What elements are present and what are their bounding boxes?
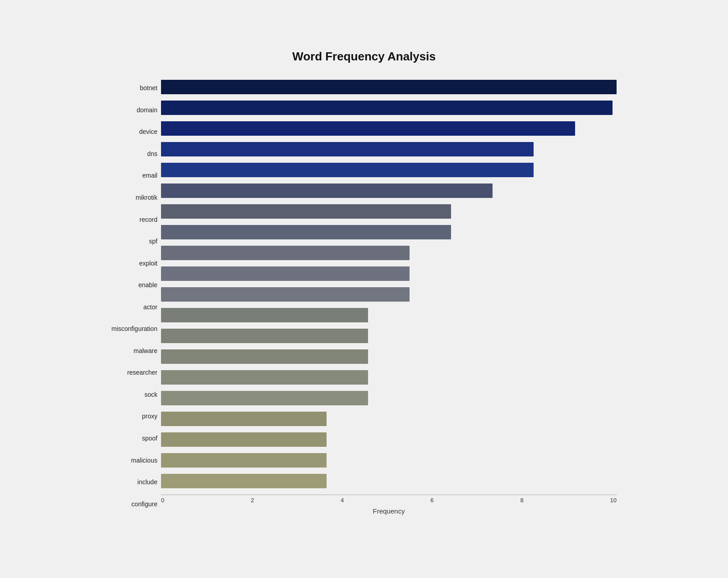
chart-area: botnetdomaindevicednsemailmikrotikrecord…	[111, 77, 617, 515]
x-tick-8: 8	[520, 497, 523, 504]
bar-misconfiguration	[161, 308, 368, 322]
bar-spf	[161, 225, 451, 239]
y-label-record: record	[111, 210, 157, 229]
bar-dns	[161, 142, 534, 156]
chart-title: Word Frequency Analysis	[111, 50, 617, 64]
chart-container: Word Frequency Analysis botnetdomaindevi…	[93, 36, 635, 542]
y-label-email: email	[111, 165, 157, 185]
bar-row	[161, 243, 617, 263]
bars-area	[161, 77, 617, 491]
bar-sock	[161, 370, 368, 385]
bar-row	[161, 181, 617, 201]
bar-row	[161, 222, 617, 242]
y-label-spf: spf	[111, 231, 157, 251]
y-label-malicious: malicious	[111, 450, 157, 470]
bar-proxy	[161, 391, 368, 405]
bar-row	[161, 471, 617, 491]
y-label-mikrotik: mikrotik	[111, 188, 157, 207]
bar-row	[161, 347, 617, 367]
y-label-dns: dns	[111, 144, 157, 164]
y-label-device: device	[111, 122, 157, 142]
y-label-botnet: botnet	[111, 78, 157, 98]
y-label-misconfiguration: misconfiguration	[111, 319, 157, 339]
bar-row	[161, 388, 617, 408]
y-labels: botnetdomaindevicednsemailmikrotikrecord…	[111, 77, 161, 515]
bar-row	[161, 367, 617, 387]
x-tick-10: 10	[610, 497, 616, 504]
bar-domain	[161, 101, 613, 115]
bar-spoof	[161, 412, 327, 426]
bar-row	[161, 430, 617, 450]
y-label-domain: domain	[111, 100, 157, 120]
bar-row	[161, 160, 617, 180]
bar-configure	[161, 474, 327, 488]
y-label-include: include	[111, 472, 157, 492]
bar-row	[161, 409, 617, 429]
y-label-spoof: spoof	[111, 428, 157, 448]
y-label-proxy: proxy	[111, 406, 157, 426]
x-tick-6: 6	[430, 497, 433, 504]
bar-enable	[161, 266, 410, 281]
bar-exploit	[161, 246, 410, 260]
y-label-configure: configure	[111, 494, 157, 514]
bar-row	[161, 284, 617, 304]
x-axis-label: Frequency	[161, 507, 617, 515]
bar-row	[161, 202, 617, 221]
y-label-enable: enable	[111, 275, 157, 295]
y-label-researcher: researcher	[111, 362, 157, 382]
x-ticks: 0246810	[161, 495, 617, 504]
bar-mikrotik	[161, 183, 493, 198]
bar-row	[161, 326, 617, 346]
bar-actor	[161, 287, 410, 302]
bar-device	[161, 121, 575, 136]
bar-botnet	[161, 80, 617, 94]
bar-row	[161, 264, 617, 284]
bar-row	[161, 450, 617, 470]
bar-row	[161, 139, 617, 159]
bar-row	[161, 77, 617, 97]
bars-and-axes: 0246810 Frequency	[161, 77, 617, 515]
bar-row	[161, 98, 617, 118]
x-tick-2: 2	[251, 497, 254, 504]
bar-row	[161, 305, 617, 325]
y-label-actor: actor	[111, 297, 157, 317]
y-label-malware: malware	[111, 341, 157, 361]
bar-include	[161, 453, 327, 468]
bar-malware	[161, 329, 368, 343]
bar-row	[161, 119, 617, 138]
y-label-sock: sock	[111, 385, 157, 404]
bar-email	[161, 163, 534, 177]
x-axis: 0246810 Frequency	[161, 495, 617, 515]
x-tick-0: 0	[161, 497, 164, 504]
bar-researcher	[161, 349, 368, 364]
bar-malicious	[161, 432, 327, 447]
bar-record	[161, 204, 451, 219]
y-label-exploit: exploit	[111, 253, 157, 273]
x-tick-4: 4	[341, 497, 344, 504]
